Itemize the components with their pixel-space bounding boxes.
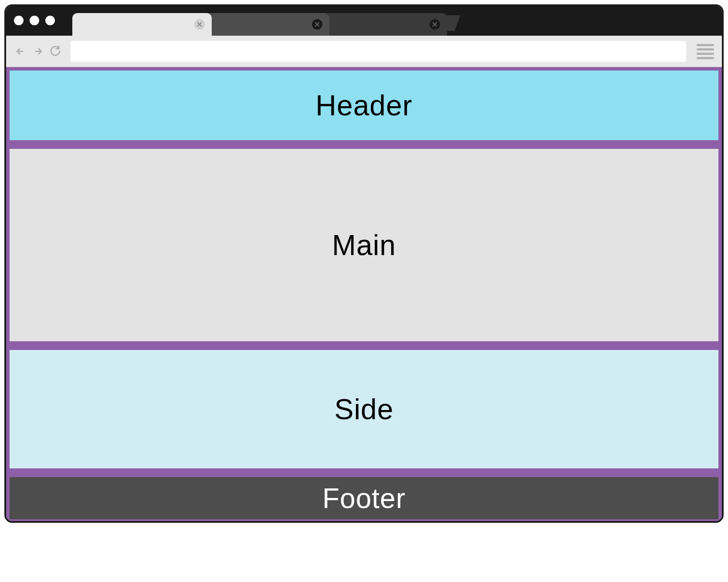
window-close-dot[interactable] <box>14 16 24 25</box>
footer-label: Footer <box>322 482 406 515</box>
close-icon[interactable] <box>194 19 205 30</box>
side-region: Side <box>8 348 720 470</box>
tab-active[interactable] <box>72 13 212 36</box>
back-button[interactable] <box>14 45 27 58</box>
header-region: Header <box>8 69 720 142</box>
window-controls <box>14 16 55 25</box>
forward-button[interactable] <box>31 45 44 58</box>
layout-diagram: Header Main Side Footer <box>6 67 722 521</box>
menu-button[interactable] <box>697 43 714 60</box>
toolbar <box>6 36 722 67</box>
side-label: Side <box>334 393 393 426</box>
reload-button[interactable] <box>49 45 62 58</box>
window-minimize-dot[interactable] <box>30 16 39 25</box>
browser-window: Header Main Side Footer <box>4 4 724 523</box>
titlebar <box>6 6 722 36</box>
url-bar[interactable] <box>71 41 686 62</box>
close-icon[interactable] <box>312 19 322 30</box>
main-region: Main <box>8 147 720 343</box>
header-label: Header <box>315 89 412 122</box>
close-icon[interactable] <box>430 19 440 30</box>
tabs <box>72 6 457 36</box>
main-label: Main <box>332 229 396 262</box>
footer-region: Footer <box>8 475 720 521</box>
window-maximize-dot[interactable] <box>45 16 55 25</box>
